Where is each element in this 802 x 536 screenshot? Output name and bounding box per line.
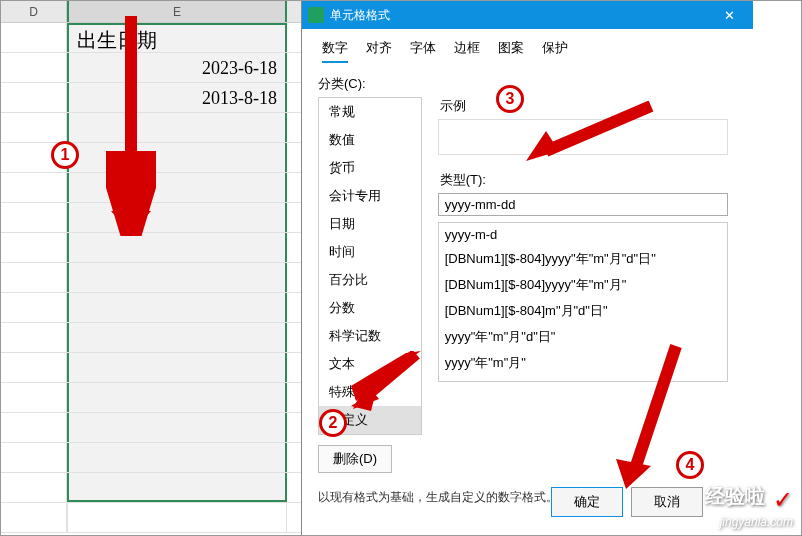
sample-box <box>438 119 728 155</box>
table-row <box>1 173 301 203</box>
type-option[interactable]: [DBNum1][$-804]yyyy"年"m"月"d"日" <box>439 246 727 272</box>
tab-font[interactable]: 字体 <box>410 39 436 63</box>
table-row <box>1 293 301 323</box>
category-time[interactable]: 时间 <box>319 238 421 266</box>
close-icon[interactable]: ✕ <box>711 8 747 23</box>
table-row <box>1 203 301 233</box>
type-option[interactable]: yyyy-m-d <box>439 223 727 246</box>
dialog-titlebar: 单元格格式 ✕ <box>302 1 753 29</box>
table-row <box>1 473 301 503</box>
check-icon: ✓ <box>773 486 793 514</box>
type-option[interactable]: [DBNum1][$-804]m"月"d"日" <box>439 298 727 324</box>
type-input[interactable] <box>438 193 728 216</box>
tab-protect[interactable]: 保护 <box>542 39 568 63</box>
spreadsheet-grid: D E 出生日期 2023-6-18 2013-8-18 <box>1 1 301 536</box>
table-row: 2023-6-18 <box>1 53 301 83</box>
dialog-title: 单元格格式 <box>330 7 711 24</box>
table-row: 出生日期 <box>1 23 301 53</box>
tab-border[interactable]: 边框 <box>454 39 480 63</box>
cell[interactable] <box>1 83 67 112</box>
type-option[interactable]: m"月"d"日" <box>439 376 727 382</box>
dialog-tabs: 数字 对齐 字体 边框 图案 保护 <box>302 29 753 71</box>
date-cell[interactable]: 2023-6-18 <box>67 53 287 82</box>
category-accounting[interactable]: 会计专用 <box>319 182 421 210</box>
category-general[interactable]: 常规 <box>319 98 421 126</box>
step-badge-2: 2 <box>319 409 347 437</box>
category-label: 分类(C): <box>318 75 737 93</box>
category-list[interactable]: 常规 数值 货币 会计专用 日期 时间 百分比 分数 科学记数 文本 特殊 自定… <box>318 97 422 435</box>
step-badge-4: 4 <box>676 451 704 479</box>
category-currency[interactable]: 货币 <box>319 154 421 182</box>
category-scientific[interactable]: 科学记数 <box>319 322 421 350</box>
table-row <box>1 143 301 173</box>
type-list[interactable]: yyyy-m-d [DBNum1][$-804]yyyy"年"m"月"d"日" … <box>438 222 728 382</box>
type-option[interactable]: yyyy"年"m"月"d"日" <box>439 324 727 350</box>
app-icon <box>308 7 324 23</box>
tab-pattern[interactable]: 图案 <box>498 39 524 63</box>
date-cell[interactable]: 2013-8-18 <box>67 83 287 112</box>
table-row <box>1 233 301 263</box>
category-special[interactable]: 特殊 <box>319 378 421 406</box>
watermark-en: jingyanla.com <box>720 515 793 529</box>
table-row <box>1 113 301 143</box>
cell[interactable] <box>1 53 67 82</box>
table-row <box>1 383 301 413</box>
step-badge-3: 3 <box>496 85 524 113</box>
step-badge-1: 1 <box>51 141 79 169</box>
ok-button[interactable]: 确定 <box>551 487 623 517</box>
table-row <box>1 443 301 473</box>
category-percent[interactable]: 百分比 <box>319 266 421 294</box>
table-row <box>1 263 301 293</box>
cancel-button[interactable]: 取消 <box>631 487 703 517</box>
sample-label: 示例 <box>440 97 728 115</box>
cell[interactable] <box>1 23 67 52</box>
category-date[interactable]: 日期 <box>319 210 421 238</box>
delete-button[interactable]: 删除(D) <box>318 445 392 473</box>
column-headers: D E <box>1 1 301 23</box>
watermark-cn: 经验啦 <box>705 485 765 507</box>
table-row <box>1 323 301 353</box>
header-cell[interactable]: 出生日期 <box>67 23 287 52</box>
type-label: 类型(T): <box>440 171 728 189</box>
tab-number[interactable]: 数字 <box>322 39 348 63</box>
type-option[interactable]: [DBNum1][$-804]yyyy"年"m"月" <box>439 272 727 298</box>
table-row <box>1 413 301 443</box>
category-fraction[interactable]: 分数 <box>319 294 421 322</box>
table-row <box>1 353 301 383</box>
tab-align[interactable]: 对齐 <box>366 39 392 63</box>
watermark: 经验啦 ✓ jingyanla.com <box>705 483 793 529</box>
table-row <box>1 503 301 533</box>
col-header-e[interactable]: E <box>67 1 287 22</box>
table-row: 2013-8-18 <box>1 83 301 113</box>
category-number[interactable]: 数值 <box>319 126 421 154</box>
category-text[interactable]: 文本 <box>319 350 421 378</box>
type-option[interactable]: yyyy"年"m"月" <box>439 350 727 376</box>
col-header-d[interactable]: D <box>1 1 67 22</box>
